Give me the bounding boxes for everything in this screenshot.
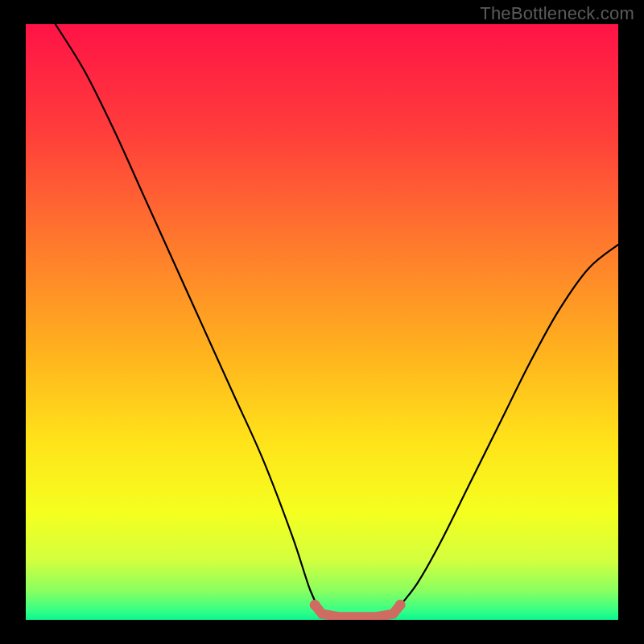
watermark-text: TheBottleneck.com [480,3,634,24]
curve-layer [26,24,618,620]
flat-bottom-highlight [315,605,400,617]
flat-bottom-end-right [395,600,406,610]
flat-bottom-end-left [310,600,320,610]
chart-frame: TheBottleneck.com [0,0,644,644]
plot-area [26,24,618,620]
bottleneck-curve [56,24,618,617]
